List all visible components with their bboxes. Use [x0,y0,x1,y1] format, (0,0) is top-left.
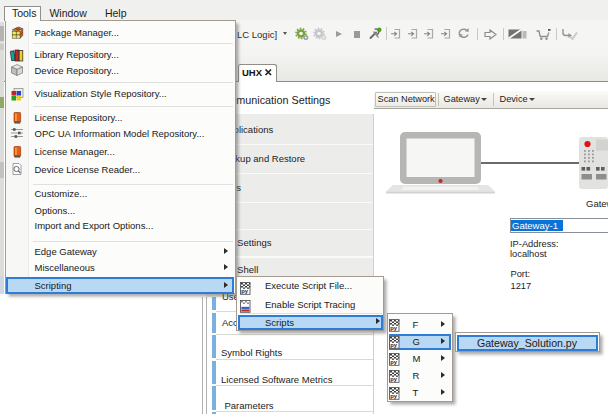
svg-text:py: py [390,376,398,382]
svg-text:py: py [390,359,398,365]
svg-text:py: py [241,288,249,294]
svg-text:py: py [390,393,398,399]
svg-text:py: py [390,342,398,348]
svg-text:py: py [390,325,398,331]
